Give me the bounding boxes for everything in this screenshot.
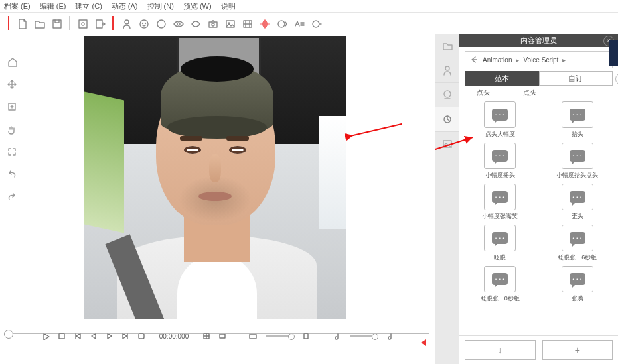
voice-button[interactable] xyxy=(273,15,290,32)
menu-preview[interactable]: 预览 (W) xyxy=(183,1,212,11)
svg-point-15 xyxy=(278,21,285,27)
new-file-button[interactable] xyxy=(13,15,31,32)
tile-label: 眨眼张…0秒版 xyxy=(481,294,520,303)
panel-tabs: 范本 自订 ⋯ xyxy=(465,71,613,86)
breadcrumb[interactable]: Animation ▸ Voice Script ▸ xyxy=(465,51,613,68)
tile-thumb xyxy=(562,143,593,169)
volume-slider[interactable] xyxy=(350,335,376,337)
tile-thumb xyxy=(562,266,593,292)
caption-button[interactable] xyxy=(248,331,258,341)
loop-button[interactable] xyxy=(136,331,147,341)
export-button[interactable] xyxy=(91,15,108,32)
go-start-button[interactable] xyxy=(72,331,83,341)
svg-line-18 xyxy=(350,124,402,136)
eye-button[interactable] xyxy=(169,15,187,32)
note-icon xyxy=(333,332,341,340)
save-file-button[interactable] xyxy=(48,15,65,32)
motion-tile[interactable]: 小幅度张嘴笑 xyxy=(465,184,536,221)
volume-icon xyxy=(331,331,342,341)
tile-thumb xyxy=(484,266,516,292)
tab-custom[interactable]: 自订 xyxy=(539,71,613,86)
content-manager-panel: 内容管理员 ✕ Animation ▸ Voice Script ▸ 范本 自订… xyxy=(435,34,618,364)
home-button[interactable] xyxy=(4,54,20,70)
add-button[interactable]: + xyxy=(542,340,613,360)
motion-tile[interactable]: 小幅度抬头点头 xyxy=(542,143,613,180)
menu-animate[interactable]: 动态 (A) xyxy=(112,1,138,11)
head-button[interactable] xyxy=(152,15,169,32)
panel-more-button[interactable]: ⋯ xyxy=(615,73,618,85)
menu-help[interactable]: 说明 xyxy=(221,1,236,11)
go-end-button[interactable] xyxy=(120,331,131,341)
menu-control[interactable]: 控制 (N) xyxy=(147,1,174,11)
panel-grid: 点头大幅度 抬头 小幅度摇头 小幅度抬头点头 小幅度张嘴笑 歪头 眨眼 眨眼张…… xyxy=(459,99,618,335)
breadcrumb-child[interactable]: Voice Script xyxy=(523,56,558,64)
image-button[interactable] xyxy=(221,15,238,32)
motion-tile[interactable]: 眨眼 xyxy=(465,225,536,262)
speech-icon xyxy=(492,191,508,203)
mouth-icon xyxy=(190,18,201,29)
render-button[interactable] xyxy=(74,15,91,32)
render-icon xyxy=(77,18,88,29)
grid-button[interactable] xyxy=(201,331,212,341)
motion-tile[interactable]: 张嘴 xyxy=(542,266,613,303)
menu-create[interactable]: 建立 (C) xyxy=(75,1,102,11)
svg-point-4 xyxy=(125,20,129,24)
menu-file[interactable]: 档案 (E) xyxy=(4,1,31,11)
redo-button[interactable] xyxy=(4,189,20,205)
auto-motion-button[interactable] xyxy=(290,15,307,32)
home-icon xyxy=(7,56,17,67)
side-tab-project[interactable] xyxy=(435,34,459,58)
speech-icon xyxy=(570,109,585,121)
toolbar xyxy=(0,13,618,34)
motion-tile[interactable]: 眨眼张…6秒版 xyxy=(542,225,613,262)
svg-rect-1 xyxy=(79,20,87,28)
svg-point-16 xyxy=(313,21,319,27)
volume-icon2 xyxy=(384,331,395,341)
side-tab-head[interactable] xyxy=(435,83,459,107)
video-button[interactable] xyxy=(238,15,256,32)
audio-button[interactable] xyxy=(256,15,273,32)
zoom-button[interactable] xyxy=(4,99,20,115)
eye-icon xyxy=(173,18,184,29)
side-tab-actor[interactable] xyxy=(435,58,459,83)
tile-thumb xyxy=(484,184,516,210)
stop-button[interactable] xyxy=(56,331,67,341)
menu-edit[interactable]: 编辑 (E) xyxy=(40,1,66,11)
side-tab-image[interactable] xyxy=(435,132,459,156)
play-icon xyxy=(42,332,50,340)
camera-button[interactable] xyxy=(204,15,221,32)
undo-button[interactable] xyxy=(4,166,20,182)
tile-label: 小幅度张嘴笑 xyxy=(482,212,518,221)
breadcrumb-root[interactable]: Animation xyxy=(483,56,512,64)
import-button[interactable]: ↓ xyxy=(465,340,536,360)
motion-tile[interactable]: 抬头 xyxy=(542,101,613,139)
motion-tile[interactable]: 小幅度摇头 xyxy=(465,143,536,180)
move-button[interactable] xyxy=(4,76,20,92)
layers-button[interactable] xyxy=(217,331,228,341)
mouth-button[interactable] xyxy=(187,15,204,32)
canvas[interactable] xyxy=(84,36,346,319)
play-button[interactable] xyxy=(40,331,51,341)
motion-tile[interactable]: 歪头 xyxy=(542,184,613,221)
prev-frame-button[interactable] xyxy=(88,331,99,341)
back-icon[interactable] xyxy=(469,55,479,64)
next-frame-button[interactable] xyxy=(104,331,115,341)
motion-tile[interactable]: 点头大幅度 xyxy=(465,101,536,139)
puppet-button[interactable] xyxy=(307,15,325,32)
category-label[interactable]: 点头 xyxy=(523,88,536,97)
svg-rect-19 xyxy=(59,334,64,339)
fullscreen-button[interactable] xyxy=(4,144,20,160)
face-button[interactable] xyxy=(135,15,152,32)
side-tab-animation[interactable] xyxy=(435,107,459,132)
svg-rect-22 xyxy=(220,334,225,338)
motion-tile[interactable]: 眨眼张…0秒版 xyxy=(465,266,536,303)
hand-button[interactable] xyxy=(4,121,20,137)
tab-template[interactable]: 范本 xyxy=(465,71,539,86)
open-file-button[interactable] xyxy=(31,15,48,32)
speech-icon xyxy=(570,150,585,162)
category-label[interactable]: 点头 xyxy=(477,88,490,97)
opacity-slider[interactable] xyxy=(266,335,293,337)
person-icon xyxy=(121,18,132,29)
timecode-display[interactable]: 00:00:000 xyxy=(155,332,194,341)
actor-button[interactable] xyxy=(117,15,135,32)
